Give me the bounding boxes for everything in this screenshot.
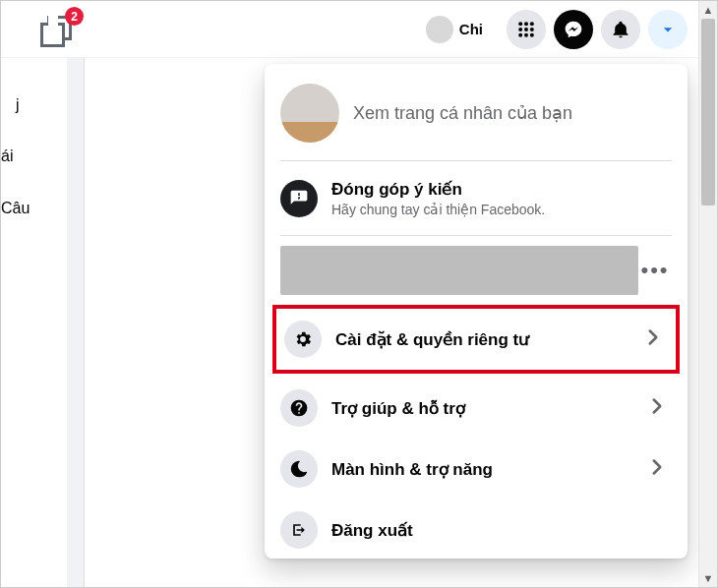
- feedback-icon-wrap: [280, 180, 318, 217]
- svg-point-5: [530, 28, 534, 31]
- logout-icon-wrap: [280, 511, 318, 549]
- svg-point-3: [518, 28, 522, 31]
- user-profile-pill[interactable]: Chi: [422, 12, 493, 47]
- view-profile-row[interactable]: Xem trang cá nhân của bạn: [272, 72, 680, 154]
- bell-icon: [611, 20, 630, 39]
- messenger-button[interactable]: [554, 10, 593, 49]
- scrollbar[interactable]: ▲ ▼: [698, 1, 717, 587]
- scrollbar-up-button[interactable]: ▲: [699, 1, 717, 19]
- question-icon: [289, 398, 309, 418]
- svg-point-6: [518, 32, 522, 36]
- svg-point-2: [530, 22, 534, 26]
- feedback-title: Đóng góp ý kiến: [331, 179, 545, 200]
- help-label: Trợ giúp & hỗ trợ: [331, 398, 465, 419]
- display-label: Màn hình & trợ năng: [331, 459, 493, 480]
- left-fragment-text: j ái Câu: [1, 94, 30, 249]
- help-icon-wrap: [280, 389, 318, 427]
- caret-down-icon: [658, 20, 678, 39]
- divider: [280, 235, 672, 236]
- logout-row[interactable]: Đăng xuất: [272, 500, 680, 551]
- svg-point-4: [524, 28, 528, 31]
- account-dropdown-button[interactable]: [648, 10, 688, 49]
- masked-content: [280, 246, 638, 295]
- display-accessibility-row[interactable]: Màn hình & trợ năng: [272, 439, 680, 500]
- svg-point-7: [524, 32, 528, 36]
- svg-point-1: [524, 22, 528, 26]
- menu-grid-button[interactable]: [507, 10, 546, 49]
- moon-icon: [289, 459, 309, 479]
- feedback-subtitle: Hãy chung tay cải thiện Facebook.: [331, 202, 545, 217]
- account-dropdown-panel: Xem trang cá nhân của bạn Đóng góp ý kiế…: [265, 64, 688, 559]
- logout-label: Đăng xuất: [331, 520, 413, 541]
- divider: [280, 160, 672, 161]
- highlight-box: Cài đặt & quyền riêng tư: [272, 305, 680, 374]
- more-options-button[interactable]: •••: [638, 258, 672, 283]
- logo[interactable]: 2: [40, 15, 74, 48]
- svg-point-8: [530, 32, 534, 36]
- settings-privacy-row[interactable]: Cài đặt & quyền riêng tư: [276, 309, 676, 370]
- grid-icon: [516, 20, 536, 39]
- chevron-right-icon: [644, 393, 670, 423]
- display-icon-wrap: [280, 450, 318, 488]
- masked-row: •••: [272, 242, 680, 301]
- feedback-row[interactable]: Đóng góp ý kiến Hãy chung tay cải thiện …: [272, 167, 680, 229]
- gear-icon: [293, 329, 313, 349]
- svg-point-0: [518, 22, 522, 26]
- settings-label: Cài đặt & quyền riêng tư: [335, 329, 529, 350]
- chevron-right-icon: [640, 324, 666, 354]
- user-name: Chi: [459, 21, 483, 37]
- messenger-icon: [564, 20, 583, 39]
- avatar-small: [426, 16, 453, 43]
- top-bar: 2 Chi: [1, 1, 717, 58]
- side-divider: [67, 58, 85, 587]
- scrollbar-down-button[interactable]: ▼: [699, 569, 717, 587]
- avatar-large: [280, 84, 339, 143]
- profile-text: Xem trang cá nhân của bạn: [353, 102, 572, 124]
- notifications-button[interactable]: [601, 10, 640, 49]
- notification-badge: 2: [65, 7, 84, 26]
- settings-icon-wrap: [284, 321, 322, 358]
- help-support-row[interactable]: Trợ giúp & hỗ trợ: [272, 378, 680, 439]
- scrollbar-thumb[interactable]: [701, 19, 715, 206]
- feedback-icon: [289, 189, 309, 208]
- logout-icon: [289, 520, 309, 540]
- chevron-right-icon: [644, 454, 670, 484]
